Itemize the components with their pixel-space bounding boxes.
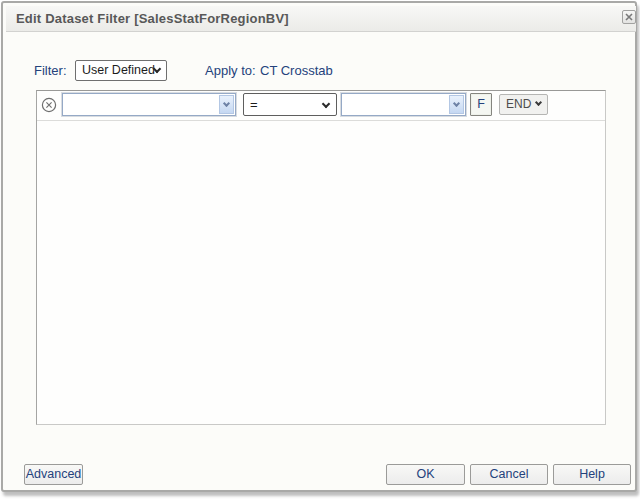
ok-button[interactable]: OK [386, 464, 465, 485]
delete-row-circle-x-icon [41, 97, 57, 113]
conjunction-select[interactable]: END [499, 94, 548, 115]
chevron-down-icon [223, 99, 230, 106]
close-button[interactable] [622, 10, 636, 24]
delete-condition-button[interactable] [41, 97, 57, 113]
filter-label: Filter: [34, 61, 67, 81]
conjunction-value: END [506, 95, 531, 114]
apply-to-label: Apply to: [205, 61, 256, 81]
advanced-button[interactable]: Advanced [24, 464, 83, 485]
filter-conditions-panel [36, 90, 606, 425]
apply-to-target: CT Crosstab [260, 61, 333, 81]
dialog-title: Edit Dataset Filter [SalesStatForRegionB… [16, 6, 289, 32]
operator-select[interactable]: = [243, 93, 337, 116]
chevron-down-icon [453, 99, 460, 106]
value-combobox[interactable] [341, 93, 466, 116]
close-icon [625, 13, 633, 21]
formula-button[interactable]: F [470, 93, 492, 116]
edit-dataset-filter-dialog: Edit Dataset Filter [SalesStatForRegionB… [1, 1, 637, 492]
filter-type-value: User Defined [82, 61, 155, 80]
cancel-button[interactable]: Cancel [470, 464, 548, 485]
chevron-down-icon [322, 100, 330, 108]
field-combobox-arrow[interactable] [219, 95, 234, 114]
help-button[interactable]: Help [553, 464, 631, 485]
screen: Edit Dataset Filter [SalesStatForRegionB… [0, 0, 640, 500]
field-combobox[interactable] [62, 93, 236, 116]
operator-value: = [250, 94, 258, 115]
chevron-down-icon [535, 99, 542, 106]
value-combobox-arrow[interactable] [449, 95, 464, 114]
filter-type-select[interactable]: User Defined [75, 60, 167, 81]
dialog-titlebar[interactable]: Edit Dataset Filter [SalesStatForRegionB… [6, 6, 636, 32]
